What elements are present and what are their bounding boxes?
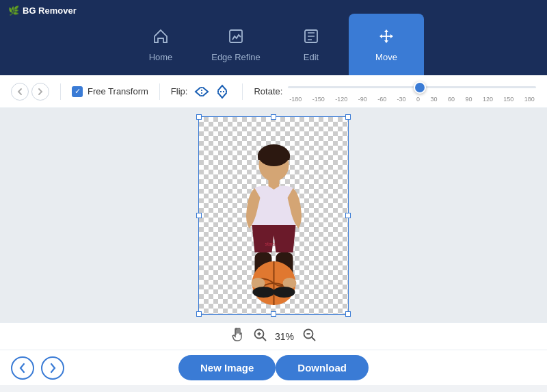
nav-label-edge-refine: Edge Refine: [211, 52, 261, 62]
hand-tool-button[interactable]: [231, 328, 245, 345]
rotate-thumb[interactable]: [414, 81, 426, 94]
toolbar-separator-3: [242, 83, 243, 100]
zoom-bar: 31%: [0, 322, 547, 350]
free-transform-label: Free Transform: [88, 86, 148, 96]
navbar: 🌿 BG Remover Home Edge Refine: [0, 0, 547, 75]
new-image-button[interactable]: New Image: [178, 355, 276, 380]
free-transform-checkbox[interactable]: ✓: [72, 86, 83, 97]
toolbar: ✓ Free Transform Flip: Rot: [0, 75, 547, 108]
svg-line-19: [263, 338, 265, 341]
flip-horizontal-button[interactable]: [193, 83, 211, 101]
edit-icon: [302, 27, 320, 48]
rotate-label: Rotate:: [254, 86, 282, 96]
rotate-section: Rotate: -180 -150 -120 -90 -60 -30 0 30 …: [254, 81, 536, 103]
next-arrow-button[interactable]: [41, 356, 64, 380]
prev-arrow-button[interactable]: [11, 356, 34, 380]
nav-item-edge-refine[interactable]: Edge Refine: [198, 14, 274, 75]
flip-label: Flip:: [171, 86, 188, 96]
nav-label-edit: Edit: [304, 52, 319, 62]
back-button[interactable]: [11, 83, 29, 101]
handle-bottom-right[interactable]: [345, 311, 351, 317]
toolbar-separator-2: [159, 83, 160, 100]
handle-top-right[interactable]: [345, 114, 351, 120]
nav-label-home: Home: [149, 52, 173, 62]
flip-section: Flip:: [171, 83, 232, 101]
handle-middle-right[interactable]: [345, 213, 351, 218]
flip-vertical-button[interactable]: [213, 83, 231, 101]
handle-middle-left[interactable]: [196, 213, 202, 218]
svg-point-15: [253, 287, 275, 298]
home-icon: [152, 27, 170, 48]
person-image: stars: [214, 136, 334, 314]
nav-item-move[interactable]: Move: [349, 14, 424, 75]
toolbar-nav: [11, 83, 49, 101]
svg-point-16: [274, 287, 295, 298]
image-container: stars: [198, 116, 349, 315]
rotate-line: [288, 86, 536, 88]
svg-line-23: [312, 338, 315, 341]
handle-bottom-middle[interactable]: [271, 311, 276, 317]
action-bar: New Image Download: [0, 350, 547, 385]
zoom-out-button[interactable]: [302, 328, 316, 345]
app-logo: 🌿 BG Remover: [8, 5, 77, 16]
nav-items: Home Edge Refine Edit: [7, 0, 540, 75]
handle-bottom-left[interactable]: [196, 311, 202, 317]
app-logo-icon: 🌿: [8, 5, 19, 16]
nav-arrows: [11, 356, 64, 380]
rotate-track: [288, 81, 536, 94]
free-transform-control: ✓ Free Transform: [72, 86, 148, 97]
download-button[interactable]: Download: [276, 355, 369, 380]
handle-top-middle[interactable]: [271, 114, 276, 120]
flip-buttons: [193, 83, 231, 101]
edge-refine-icon: [227, 27, 245, 48]
forward-button[interactable]: [31, 83, 49, 101]
nav-label-move: Move: [375, 52, 397, 62]
canvas-area: stars: [0, 108, 547, 322]
handle-top-left[interactable]: [196, 114, 202, 120]
zoom-value: 31%: [275, 331, 294, 342]
nav-item-home[interactable]: Home: [123, 14, 198, 75]
rotate-ticks: -180 -150 -120 -90 -60 -30 0 30 60 90 12…: [288, 96, 536, 103]
move-icon: [377, 27, 395, 48]
toolbar-separator-1: [60, 83, 61, 100]
zoom-in-button[interactable]: [253, 328, 267, 345]
app-title: BG Remover: [23, 5, 77, 16]
nav-item-edit[interactable]: Edit: [274, 14, 349, 75]
svg-text:stars: stars: [265, 241, 276, 246]
rotate-slider-container: -180 -150 -120 -90 -60 -30 0 30 60 90 12…: [288, 81, 536, 103]
